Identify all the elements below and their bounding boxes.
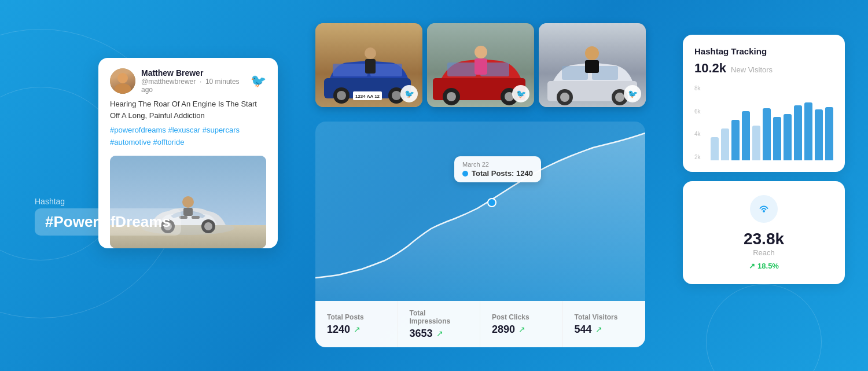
hashtag-tracking-title: Hashtag Tracking [694,46,833,56]
twitter-badge-2: 🐦 [512,85,529,102]
stat-label-clicks: Post Clicks [492,313,529,321]
stat-arrow-impressions: ↗ [436,329,443,338]
reach-card: 23.8k Reach ↗ 18.5% [683,181,845,284]
reach-label: Reach [753,248,775,257]
svg-rect-10 [192,216,200,219]
reach-value: 23.8k [744,230,784,248]
bar-chart: 8k 6k 4k 2k [694,85,833,160]
svg-text:1234 AA 12: 1234 AA 12 [355,94,380,99]
bar-4 [752,126,760,160]
growth-arrow-icon: ↗ [749,262,755,270]
chart-section: March 22 Total Posts: 1240 Total Posts 1… [315,122,645,347]
bar-9 [804,102,812,160]
svg-rect-25 [447,63,476,76]
stat-arrow-visitors: ↗ [595,325,602,334]
chart-area: March 22 Total Posts: 1240 [315,122,645,301]
photo-card-2: 🐦 [427,23,534,107]
reach-growth: ↗ 18.5% [749,262,779,270]
stat-arrow-clicks: ↗ [518,325,525,334]
stat-post-clicks: Post Clicks 2890 ↗ [480,301,563,347]
tweet-author: Matthew Brewer @matthewbrewer · 10 minut… [141,68,251,94]
tooltip-date: March 22 [462,161,533,168]
twitter-badge-3: 🐦 [624,85,641,102]
stat-value-clicks: 2890 [492,324,515,336]
photo-card-3: 🐦 [539,23,646,107]
svg-rect-22 [365,59,376,74]
chart-stats: Total Posts 1240 ↗ Total Impressions 365… [315,301,645,347]
stat-value-row-posts: 1240 ↗ [327,324,361,336]
svg-point-31 [475,46,487,58]
bar-2 [731,120,740,160]
stat-value-posts: 1240 [327,324,350,336]
stat-value-row-visitors: 544 ↗ [575,324,602,336]
svg-point-18 [392,91,401,100]
svg-point-40 [615,93,624,102]
bar-11 [825,107,833,160]
hashtag-main: #PowerOfDreams [35,208,181,236]
svg-point-7 [182,196,194,208]
tweet-text: Hearing The Roar Of An Engine Is The Sta… [110,98,266,121]
bar-1 [721,128,729,160]
hashtag-label: Hashtag #PowerOfDreams [35,197,181,236]
hashtag-tracking-card: Hashtag Tracking 10.2k New Visitors 8k 6… [683,35,845,172]
bar-5 [763,108,771,160]
stat-arrow-posts: ↗ [354,325,361,334]
visitors-count: 10.2k [694,61,726,76]
author-name: Matthew Brewer [141,68,251,78]
hashtag-category: Hashtag [35,197,181,206]
avatar [110,68,135,94]
bar-8 [794,105,802,160]
stat-label-posts: Total Posts [327,313,364,321]
stat-label-visitors: Total Visitors [575,313,618,321]
svg-point-28 [447,92,456,101]
svg-point-16 [337,91,346,100]
visitors-row: 10.2k New Visitors [694,61,833,76]
bg-decoration-3 [706,284,822,371]
svg-point-21 [365,47,376,59]
stat-total-posts: Total Posts 1240 ↗ [315,301,398,347]
author-handle: @matthewbrewer · 10 minutes ago [141,78,251,94]
photo-grid: 1234 AA 12 🐦 [315,23,646,107]
svg-point-6 [204,222,212,230]
bar-3 [742,111,750,160]
svg-point-41 [585,46,599,60]
svg-rect-13 [333,64,367,76]
stat-total-visitors: Total Visitors 544 ↗ [563,301,646,347]
svg-rect-8 [183,208,193,216]
svg-point-38 [560,93,569,102]
twitter-badge-1: 🐦 [400,85,418,102]
svg-rect-32 [475,58,487,75]
wifi-icon [750,195,778,223]
stat-total-impressions: Total Impressions 3653 ↗ [398,301,481,347]
svg-point-43 [488,199,496,207]
svg-point-44 [763,210,765,212]
growth-value: 18.5% [757,262,779,270]
svg-rect-35 [562,66,588,80]
photo-card-1: 1234 AA 12 🐦 [315,23,422,107]
stat-label-impressions: Total Impressions [410,309,469,325]
bars-wrapper [711,85,833,160]
svg-rect-42 [585,60,599,73]
bar-7 [784,114,792,160]
bar-6 [773,117,781,160]
stat-value-row-clicks: 2890 ↗ [492,324,525,336]
tooltip-dot [462,171,468,177]
bar-10 [815,109,823,160]
tweet-hashtags: #powerofdreams #lexuscar #supercars #aut… [110,124,266,149]
chart-tooltip: March 22 Total Posts: 1240 [454,156,541,182]
twitter-icon: 🐦 [251,74,266,89]
bar-0 [711,137,719,160]
visitors-label: New Visitors [731,65,773,74]
right-panel: Hashtag Tracking 10.2k New Visitors 8k 6… [683,35,845,284]
stat-value-impressions: 3653 [410,328,433,340]
stat-value-visitors: 544 [575,324,592,336]
tooltip-content: Total Posts: 1240 [462,169,533,178]
stat-value-row-impressions: 3653 ↗ [410,328,443,340]
tweet-header: Matthew Brewer @matthewbrewer · 10 minut… [110,68,266,94]
y-axis: 8k 6k 4k 2k [694,85,701,160]
